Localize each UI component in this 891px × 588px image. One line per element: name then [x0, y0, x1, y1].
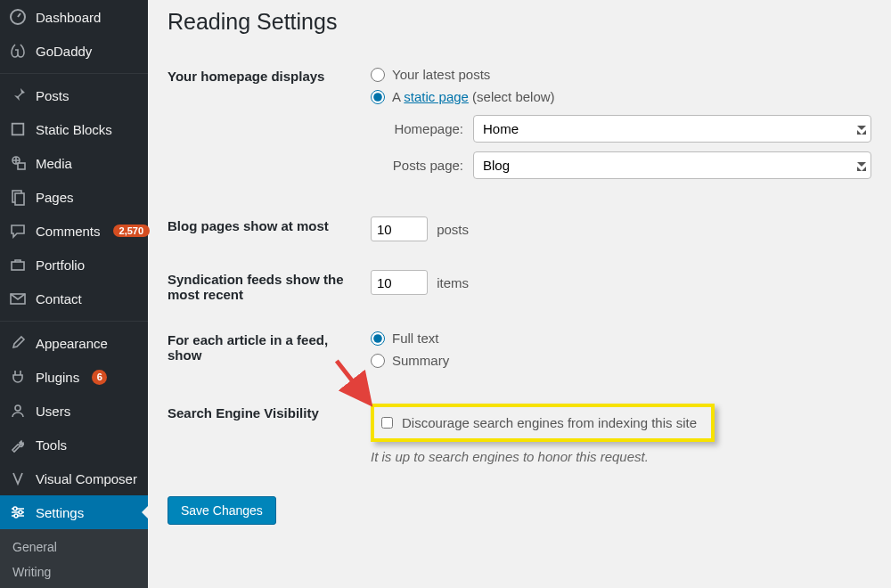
postspage-select-label: Posts page:	[387, 158, 463, 173]
row-heading-blog-pages: Blog pages show at most	[168, 204, 371, 257]
radio-full-text-label[interactable]: Full text	[392, 331, 439, 346]
sidebar-item-label: Comments	[36, 224, 101, 239]
sidebar-item-appearance[interactable]: Appearance	[0, 326, 148, 360]
svg-rect-1	[12, 124, 24, 135]
row-heading-syndication: Syndication feeds show the most recent	[168, 257, 371, 318]
sidebar-item-label: Plugins	[36, 370, 79, 385]
sidebar-item-label: Posts	[36, 88, 69, 103]
settings-submenu: General Writing Reading	[0, 529, 148, 588]
sidebar-item-label: Visual Composer	[36, 471, 137, 486]
users-icon	[9, 402, 27, 420]
sidebar-item-label: Contact	[36, 291, 82, 306]
radio-latest-posts[interactable]	[371, 68, 385, 82]
sidebar-item-label: Dashboard	[36, 10, 101, 25]
svg-point-8	[15, 405, 20, 411]
sidebar-item-portfolio[interactable]: Portfolio	[0, 248, 148, 282]
search-visibility-highlight: Discourage search engines from indexing …	[371, 404, 715, 442]
sidebar-item-dashboard[interactable]: Dashboard	[0, 0, 148, 34]
sidebar-item-label: Static Blocks	[36, 122, 112, 137]
page-title: Reading Settings	[168, 9, 871, 35]
syndication-input[interactable]	[371, 270, 428, 295]
svg-rect-5	[15, 193, 24, 205]
submenu-item-general[interactable]: General	[0, 535, 148, 559]
radio-static-page-label[interactable]: A static page (select below)	[392, 89, 555, 104]
svg-point-10	[19, 510, 22, 514]
sidebar-item-godaddy[interactable]: GoDaddy	[0, 34, 148, 68]
sidebar-item-label: Pages	[36, 190, 74, 205]
briefcase-icon	[9, 256, 27, 274]
radio-static-label-prefix: A	[392, 89, 404, 104]
sidebar-item-settings[interactable]: Settings	[0, 495, 148, 529]
sidebar-item-label: Tools	[36, 437, 67, 453]
mail-icon	[9, 290, 27, 307]
comments-count-badge: 2,570	[113, 225, 151, 237]
reading-settings-page: Reading Settings Your homepage displays …	[148, 0, 891, 588]
row-heading-feed-article: For each article in a feed, show	[168, 318, 371, 391]
pin-icon	[9, 86, 27, 104]
sidebar-item-label: Appearance	[36, 336, 108, 351]
sidebar-item-tools[interactable]: Tools	[0, 428, 148, 461]
syndication-suffix: items	[437, 275, 469, 290]
blog-pages-input[interactable]	[371, 216, 428, 241]
radio-latest-posts-label[interactable]: Your latest posts	[392, 67, 490, 82]
sidebar-item-label: GoDaddy	[36, 44, 92, 59]
radio-full-text[interactable]	[371, 331, 385, 346]
sidebar-item-label: Users	[36, 404, 70, 419]
sliders-icon	[9, 503, 27, 521]
sidebar-item-users[interactable]: Users	[0, 394, 148, 428]
sidebar-item-media[interactable]: Media	[0, 146, 148, 180]
postspage-select[interactable]: Blog	[473, 151, 871, 179]
sidebar-item-static-blocks[interactable]: Static Blocks	[0, 112, 148, 146]
sidebar-item-posts[interactable]: Posts	[0, 78, 148, 112]
plugins-update-badge: 6	[92, 370, 107, 385]
sidebar-item-pages[interactable]: Pages	[0, 180, 148, 214]
row-heading-homepage-displays: Your homepage displays	[168, 54, 371, 204]
static-page-link[interactable]: static page	[404, 89, 469, 104]
plug-icon	[9, 368, 27, 386]
dashboard-icon	[9, 8, 27, 26]
discourage-search-engines-checkbox[interactable]	[381, 417, 393, 429]
square-icon	[9, 120, 27, 138]
submenu-item-writing[interactable]: Writing	[0, 559, 148, 584]
radio-summary-label[interactable]: Summary	[392, 353, 449, 368]
svg-point-9	[13, 507, 17, 510]
radio-summary[interactable]	[371, 354, 385, 368]
godaddy-icon	[9, 42, 27, 60]
sidebar-item-label: Portfolio	[36, 257, 85, 273]
save-changes-button[interactable]: Save Changes	[168, 496, 276, 525]
admin-sidebar: Dashboard GoDaddy Posts Static Blocks Me…	[0, 0, 148, 588]
sidebar-item-plugins[interactable]: Plugins 6	[0, 360, 148, 394]
svg-rect-3	[18, 163, 25, 169]
submenu-item-reading[interactable]: Reading	[0, 584, 148, 588]
radio-static-page[interactable]	[371, 90, 385, 104]
pages-icon	[9, 188, 27, 206]
homepage-select[interactable]: Home	[473, 115, 871, 143]
radio-static-label-suffix: (select below)	[469, 89, 555, 104]
svg-point-11	[14, 514, 18, 518]
sidebar-item-visual-composer[interactable]: Visual Composer	[0, 461, 148, 495]
svg-rect-6	[12, 262, 24, 270]
visual-composer-icon	[9, 470, 27, 487]
sidebar-item-label: Settings	[36, 505, 84, 520]
discourage-search-engines-label[interactable]: Discourage search engines from indexing …	[402, 415, 697, 430]
sidebar-item-label: Media	[36, 156, 72, 171]
media-icon	[9, 154, 27, 172]
search-visibility-note: It is up to search engines to honor this…	[371, 449, 871, 464]
blog-pages-suffix: posts	[437, 222, 469, 237]
wrench-icon	[9, 436, 27, 453]
homepage-select-label: Homepage:	[387, 121, 463, 136]
sidebar-item-comments[interactable]: Comments 2,570	[0, 214, 148, 248]
settings-form: Your homepage displays Your latest posts…	[168, 54, 871, 480]
comment-icon	[9, 222, 27, 240]
sidebar-item-contact[interactable]: Contact	[0, 282, 148, 315]
row-heading-search-visibility: Search Engine Visibility	[168, 391, 371, 480]
brush-icon	[9, 334, 27, 352]
